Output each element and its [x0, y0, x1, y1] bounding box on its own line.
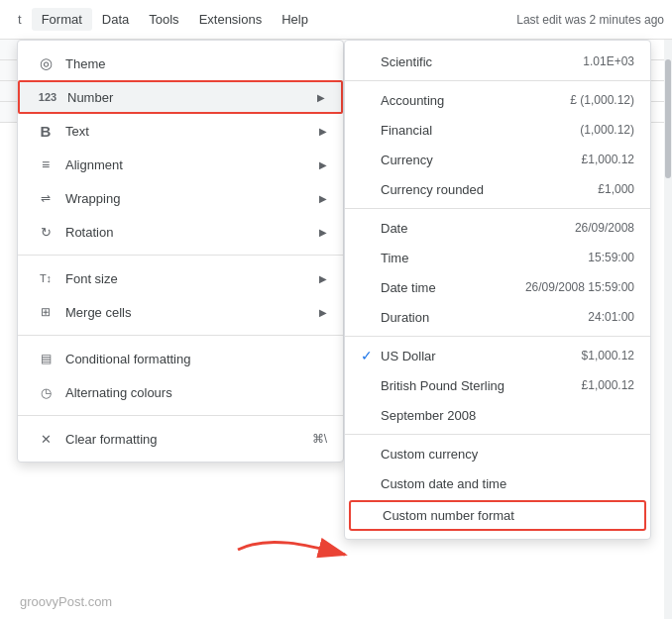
clear-shortcut: ⌘\ — [312, 432, 327, 446]
alignment-arrow-icon: ▶ — [319, 159, 327, 170]
conditional-icon: ▤ — [34, 352, 57, 365]
alternating-icon: ◷ — [34, 385, 57, 400]
clear-label: Clear formatting — [65, 432, 312, 447]
merge-cells-arrow-icon: ▶ — [319, 307, 327, 318]
sub-item-custom-number[interactable]: Custom number format — [349, 500, 646, 531]
last-edit-text: Last edit was 2 minutes ago — [516, 13, 664, 27]
sub-item-september[interactable]: September 2008 — [345, 400, 650, 430]
number-icon: 123 — [36, 91, 59, 103]
sub-item-custom-currency[interactable]: Custom currency — [345, 439, 650, 468]
conditional-label: Conditional formatting — [65, 352, 327, 366]
number-arrow-icon: ▶ — [317, 92, 325, 103]
date-label: Date — [381, 221, 563, 236]
menu-item-tools[interactable]: Tools — [139, 8, 188, 31]
format-menu-theme[interactable]: ◎ Theme — [18, 47, 343, 80]
accounting-value: £ (1,000.12) — [570, 93, 634, 107]
check-us-dollar: ✓ — [361, 348, 381, 363]
sub-item-date[interactable]: Date 26/09/2008 — [345, 213, 650, 243]
text-icon: B — [34, 123, 57, 140]
menu-item-file[interactable]: t — [8, 8, 32, 31]
duration-label: Duration — [381, 310, 576, 325]
format-menu-wrapping[interactable]: ⇌ Wrapping ▶ — [18, 181, 343, 215]
scrollbar-track[interactable] — [664, 40, 672, 619]
text-arrow-icon: ▶ — [319, 126, 327, 137]
currency-rounded-value: £1,000 — [598, 182, 634, 196]
us-dollar-label: US Dollar — [381, 349, 570, 363]
sub-item-custom-datetime[interactable]: Custom date and time — [345, 468, 650, 498]
sub-sep-1 — [345, 80, 650, 81]
sub-sep-4 — [345, 434, 650, 435]
wrapping-arrow-icon: ▶ — [319, 193, 327, 204]
format-menu-merge-cells[interactable]: ⊞ Merge cells ▶ — [18, 295, 343, 329]
rotation-icon: ↻ — [34, 225, 57, 240]
currency-value: £1,000.12 — [582, 153, 634, 166]
us-dollar-value: $1,000.12 — [582, 349, 634, 362]
currency-label: Currency — [381, 153, 570, 167]
sub-item-currency[interactable]: Currency £1,000.12 — [345, 145, 650, 174]
clear-icon: ✕ — [34, 432, 57, 447]
font-size-arrow-icon: ▶ — [319, 273, 327, 284]
scientific-label: Scientific — [381, 54, 571, 69]
british-pound-value: £1,000.12 — [582, 378, 634, 392]
font-size-icon: T↕ — [34, 272, 57, 284]
datetime-value: 26/09/2008 15:59:00 — [525, 280, 634, 294]
text-label: Text — [65, 124, 319, 139]
watermark: groovyPost.com — [20, 594, 112, 609]
alignment-label: Alignment — [65, 157, 319, 172]
sub-item-datetime[interactable]: Date time 26/09/2008 15:59:00 — [345, 272, 650, 302]
theme-icon: ◎ — [34, 54, 57, 72]
rotation-label: Rotation — [65, 225, 319, 240]
custom-number-label: Custom number format — [383, 508, 632, 523]
date-value: 26/09/2008 — [575, 221, 634, 235]
menu-item-extensions[interactable]: Extensions — [189, 8, 273, 31]
merge-cells-icon: ⊞ — [34, 305, 57, 319]
format-menu-text[interactable]: B Text ▶ — [18, 114, 343, 148]
time-value: 15:59:00 — [588, 251, 634, 264]
separator-3 — [18, 415, 343, 416]
format-menu-font-size[interactable]: T↕ Font size ▶ — [18, 261, 343, 295]
alignment-icon: ≡ — [34, 156, 57, 172]
sub-sep-3 — [345, 336, 650, 337]
separator-2 — [18, 335, 343, 336]
format-menu-rotation[interactable]: ↻ Rotation ▶ — [18, 215, 343, 249]
sub-item-british-pound[interactable]: British Pound Sterling £1,000.12 — [345, 370, 650, 400]
merge-cells-label: Merge cells — [65, 305, 319, 320]
sub-sep-2 — [345, 208, 650, 209]
format-menu-conditional[interactable]: ▤ Conditional formatting — [18, 342, 343, 375]
format-menu-number[interactable]: 123 Number ▶ — [18, 80, 343, 114]
accounting-label: Accounting — [381, 93, 558, 108]
theme-label: Theme — [65, 56, 327, 71]
september-label: September 2008 — [381, 408, 622, 423]
custom-datetime-label: Custom date and time — [381, 476, 634, 491]
scrollbar-thumb[interactable] — [665, 59, 671, 178]
number-label: Number — [67, 90, 317, 105]
alternating-label: Alternating colours — [65, 385, 327, 400]
scientific-value: 1.01E+03 — [583, 54, 634, 68]
menu-item-help[interactable]: Help — [272, 8, 318, 31]
font-size-label: Font size — [65, 271, 319, 286]
sub-item-us-dollar[interactable]: ✓ US Dollar $1,000.12 — [345, 341, 650, 370]
sub-item-time[interactable]: Time 15:59:00 — [345, 243, 650, 272]
menu-item-data[interactable]: Data — [92, 8, 139, 31]
financial-label: Financial — [381, 123, 568, 138]
custom-currency-label: Custom currency — [381, 447, 634, 462]
rotation-arrow-icon: ▶ — [319, 227, 327, 238]
british-pound-label: British Pound Sterling — [381, 378, 570, 393]
sub-item-financial[interactable]: Financial (1,000.12) — [345, 115, 650, 145]
format-dropdown: ◎ Theme 123 Number ▶ B Text ▶ ≡ Alignmen… — [17, 40, 344, 463]
wrapping-icon: ⇌ — [34, 191, 57, 205]
format-menu-alignment[interactable]: ≡ Alignment ▶ — [18, 148, 343, 181]
number-submenu: Scientific 1.01E+03 Accounting £ (1,000.… — [344, 40, 651, 540]
sub-item-accounting[interactable]: Accounting £ (1,000.12) — [345, 85, 650, 115]
duration-value: 24:01:00 — [588, 310, 634, 324]
sub-item-duration[interactable]: Duration 24:01:00 — [345, 302, 650, 332]
financial-value: (1,000.12) — [580, 123, 634, 137]
sub-item-currency-rounded[interactable]: Currency rounded £1,000 — [345, 174, 650, 204]
wrapping-label: Wrapping — [65, 191, 319, 206]
datetime-label: Date time — [381, 280, 513, 295]
menu-item-format[interactable]: Format — [32, 8, 92, 31]
sub-item-scientific[interactable]: Scientific 1.01E+03 — [345, 47, 650, 76]
format-menu-alternating[interactable]: ◷ Alternating colours — [18, 375, 343, 409]
format-menu-clear[interactable]: ✕ Clear formatting ⌘\ — [18, 422, 343, 456]
currency-rounded-label: Currency rounded — [381, 182, 586, 197]
